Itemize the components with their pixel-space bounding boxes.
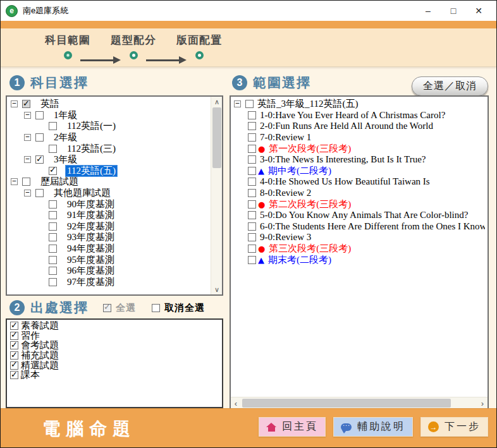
- scrollbar-thumb[interactable]: [242, 399, 451, 408]
- tree-checkbox[interactable]: [248, 222, 256, 231]
- list-checkbox[interactable]: [10, 351, 18, 360]
- tree-row[interactable]: 7-0:Review 1: [232, 132, 485, 143]
- tree-item-label[interactable]: 9-0:Review 3: [258, 232, 313, 243]
- step-layout-config[interactable]: 版面配置: [173, 33, 226, 59]
- tree-row[interactable]: 91年度基測: [8, 210, 209, 221]
- tree-item-label[interactable]: 92年度基測: [65, 221, 116, 233]
- scroll-left-icon[interactable]: ‹: [231, 397, 241, 409]
- tree-row[interactable]: 112英語(一): [8, 121, 209, 132]
- help-button[interactable]: 輔助說明: [333, 417, 413, 437]
- minimize-button[interactable]: –: [415, 2, 441, 20]
- list-checkbox[interactable]: [10, 361, 18, 370]
- tree-item-label[interactable]: 第一次段考(三段考): [267, 143, 353, 155]
- tree-checkbox[interactable]: [245, 100, 254, 108]
- tree-row[interactable]: −英語_3年級_112英語(五): [232, 99, 485, 110]
- list-item[interactable]: 課本: [8, 370, 221, 380]
- tree-item-label[interactable]: 其他題庫試題: [52, 187, 113, 199]
- tree-checkbox[interactable]: [35, 189, 44, 197]
- list-checkbox[interactable]: [10, 322, 18, 330]
- tree-item-label[interactable]: 4-0:He Showed Us How Beautiful Taiwan Is: [258, 176, 432, 187]
- tree-row[interactable]: ●第一次段考(三段考): [232, 143, 485, 154]
- tree-row[interactable]: ▲期末考(二段考): [232, 254, 485, 265]
- tree-item-label[interactable]: 91年度基測: [65, 209, 116, 221]
- select-all-checkbox[interactable]: 全選: [103, 302, 136, 314]
- tree-checkbox[interactable]: [248, 111, 256, 119]
- tree-item-label[interactable]: 1-0:Have You Ever Heard of A Christmas C…: [258, 110, 447, 121]
- step-subject-range[interactable]: 科目範圍: [41, 33, 94, 59]
- tree-row[interactable]: 9-0:Review 3: [232, 232, 485, 243]
- tree-checkbox[interactable]: [35, 111, 44, 119]
- tree-expander-icon[interactable]: −: [11, 100, 18, 107]
- tree-row[interactable]: ●第二次段考(三段考): [232, 198, 485, 210]
- tree-checkbox[interactable]: [248, 200, 256, 209]
- list-checkbox[interactable]: [10, 332, 18, 340]
- tree-checkbox[interactable]: [248, 256, 256, 264]
- tree-row[interactable]: ▲期中考(二段考): [232, 166, 485, 177]
- horizontal-scrollbar[interactable]: ‹ ›: [231, 397, 488, 408]
- step-question-allocation[interactable]: 題型配分: [107, 33, 160, 59]
- tree-row[interactable]: −2年級: [8, 132, 209, 143]
- tree-expander-icon[interactable]: −: [24, 134, 31, 141]
- checkbox-icon[interactable]: [152, 304, 160, 312]
- tree-checkbox[interactable]: [49, 222, 57, 231]
- tree-item-label[interactable]: 5-0:Do You Know Any Animals That Are Col…: [258, 210, 470, 221]
- tree-item-label[interactable]: 112英語(三): [65, 143, 118, 155]
- tree-item-label[interactable]: 期中考(二段考): [266, 165, 333, 177]
- maximize-button[interactable]: □: [441, 2, 466, 20]
- tree-item-label[interactable]: 第二次段考(三段考): [267, 198, 353, 210]
- next-step-button[interactable]: → 下一步: [420, 417, 488, 437]
- tree-row[interactable]: 4-0:He Showed Us How Beautiful Taiwan Is: [232, 176, 485, 188]
- tree-item-label[interactable]: 英語: [39, 99, 61, 110]
- tree-item-label[interactable]: 93年度基測: [65, 231, 116, 243]
- tree-item-label[interactable]: 英語_3年級_112英語(五): [255, 99, 360, 110]
- tree-row[interactable]: 112英語(五): [8, 166, 209, 177]
- scroll-up-icon[interactable]: ∧: [211, 97, 223, 107]
- tree-expander-icon[interactable]: −: [24, 112, 31, 119]
- tree-checkbox[interactable]: [248, 233, 256, 241]
- tree-checkbox[interactable]: [49, 278, 57, 286]
- tree-item-label[interactable]: 2年級: [52, 131, 80, 143]
- list-item[interactable]: 精選試題: [8, 360, 221, 370]
- tree-checkbox[interactable]: [248, 189, 256, 197]
- tree-checkbox[interactable]: [49, 245, 57, 253]
- tree-row[interactable]: −其他題庫試題: [8, 188, 209, 199]
- tree-checkbox[interactable]: [49, 211, 57, 219]
- tree-item-label[interactable]: 期末考(二段考): [266, 254, 333, 266]
- tree-checkbox[interactable]: [248, 122, 256, 130]
- close-button[interactable]: ✕: [466, 2, 491, 20]
- list-checkbox[interactable]: [10, 341, 18, 349]
- tree-checkbox[interactable]: [248, 211, 256, 219]
- tree-item-label[interactable]: 97年度基測: [65, 276, 116, 288]
- tree-row[interactable]: −3年級: [8, 154, 209, 166]
- tree-checkbox[interactable]: [248, 178, 256, 186]
- deselect-all-checkbox[interactable]: 取消全選: [152, 302, 205, 314]
- vertical-scrollbar[interactable]: ∧ ∨: [211, 97, 222, 294]
- tree-checkbox[interactable]: [22, 100, 30, 108]
- tree-checkbox[interactable]: [49, 145, 57, 153]
- tree-item-label[interactable]: 3年級: [52, 154, 80, 166]
- tree-item-label[interactable]: 7-0:Review 1: [258, 132, 313, 143]
- tree-item-label[interactable]: 歷屆試題: [39, 176, 80, 188]
- tree-expander-icon[interactable]: −: [11, 178, 18, 185]
- tree-checkbox[interactable]: [248, 245, 256, 253]
- tree-checkbox[interactable]: [35, 133, 44, 142]
- home-button[interactable]: 回主頁: [259, 417, 326, 437]
- list-item[interactable]: 素養試題: [8, 321, 221, 331]
- tree-item-label[interactable]: 90年度基測: [65, 198, 116, 210]
- tree-row[interactable]: 112英語(三): [8, 143, 209, 154]
- tree-row[interactable]: 94年度基測: [8, 243, 209, 255]
- tree-row[interactable]: 3-0:The News Is Interesting, But Is It T…: [232, 154, 485, 166]
- checkbox-icon[interactable]: [103, 304, 111, 312]
- tree-row[interactable]: 6-0:The Students Here Are Different from…: [232, 221, 485, 233]
- tree-item-label[interactable]: 3-0:The News Is Interesting, But Is It T…: [258, 154, 427, 165]
- list-checkbox[interactable]: [10, 371, 18, 379]
- tree-row[interactable]: 1-0:Have You Ever Heard of A Christmas C…: [232, 110, 485, 121]
- tree-checkbox[interactable]: [49, 122, 57, 130]
- tree-checkbox[interactable]: [35, 155, 44, 164]
- scroll-down-icon[interactable]: ∨: [211, 284, 223, 294]
- tree-expander-icon[interactable]: −: [24, 156, 31, 163]
- tree-checkbox[interactable]: [248, 167, 256, 175]
- tree-item-label[interactable]: 94年度基測: [65, 243, 116, 255]
- tree-item-label[interactable]: 112英語(一): [65, 120, 118, 132]
- tree-checkbox[interactable]: [49, 256, 57, 264]
